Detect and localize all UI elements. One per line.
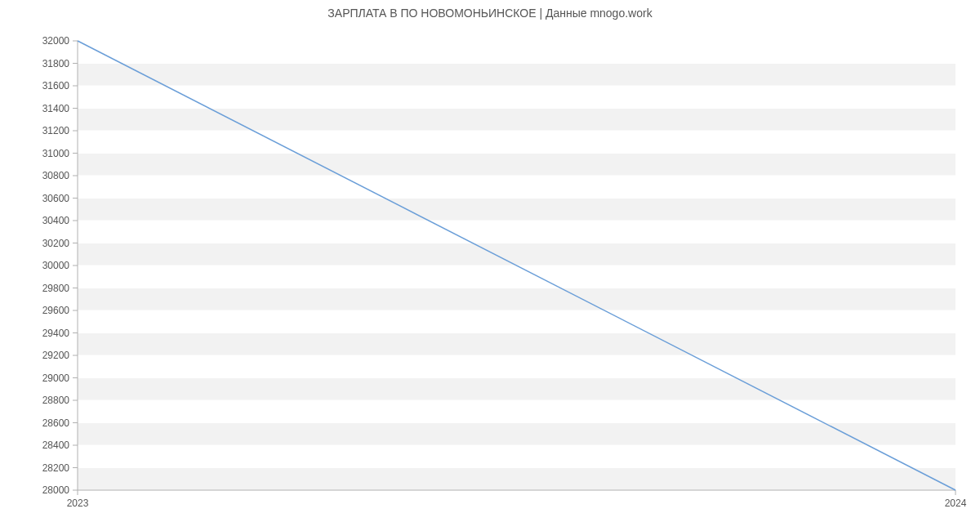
y-tick-label: 31400 xyxy=(42,103,70,114)
y-tick-label: 29800 xyxy=(42,283,70,294)
y-tick-label: 29200 xyxy=(42,350,70,361)
y-tick-label: 32000 xyxy=(42,35,70,47)
y-tick-label: 30800 xyxy=(42,170,70,181)
chart-title: ЗАРПЛАТА В ПО НОВОМОНЬИНСКОЕ | Данные mn… xyxy=(0,0,980,20)
y-tick-label: 31000 xyxy=(42,148,70,159)
y-tick-label: 28600 xyxy=(42,417,70,429)
y-tick-label: 31800 xyxy=(42,58,70,69)
x-tick-label: 2024 xyxy=(945,498,967,509)
x-tick-label: 2023 xyxy=(67,498,89,509)
y-tick-label: 29600 xyxy=(42,305,70,316)
grid-band xyxy=(78,378,956,401)
y-tick-label: 30400 xyxy=(42,215,70,226)
grid-band xyxy=(78,333,956,356)
y-tick-label: 28800 xyxy=(42,395,70,406)
y-tick-label: 30200 xyxy=(42,238,70,249)
y-tick-label: 29000 xyxy=(42,373,70,384)
grid-band xyxy=(78,64,956,87)
y-tick-label: 28200 xyxy=(42,462,70,474)
grid-band xyxy=(78,423,956,446)
grid-band xyxy=(78,199,956,221)
y-tick-label: 28400 xyxy=(42,440,70,451)
y-tick-label: 30600 xyxy=(42,193,70,204)
chart-area: 2800028200284002860028800290002920029400… xyxy=(0,25,980,515)
grid-band xyxy=(78,468,956,491)
y-tick-label: 31200 xyxy=(42,125,70,136)
grid-band xyxy=(78,288,956,311)
y-tick-label: 31600 xyxy=(42,80,70,91)
chart-svg: 2800028200284002860028800290002920029400… xyxy=(0,25,980,515)
grid-band xyxy=(78,109,956,132)
y-tick-label: 30000 xyxy=(42,260,70,271)
grid-band xyxy=(78,243,956,266)
y-tick-label: 28000 xyxy=(42,484,70,496)
y-tick-label: 29400 xyxy=(42,328,70,339)
grid-band xyxy=(78,154,956,176)
